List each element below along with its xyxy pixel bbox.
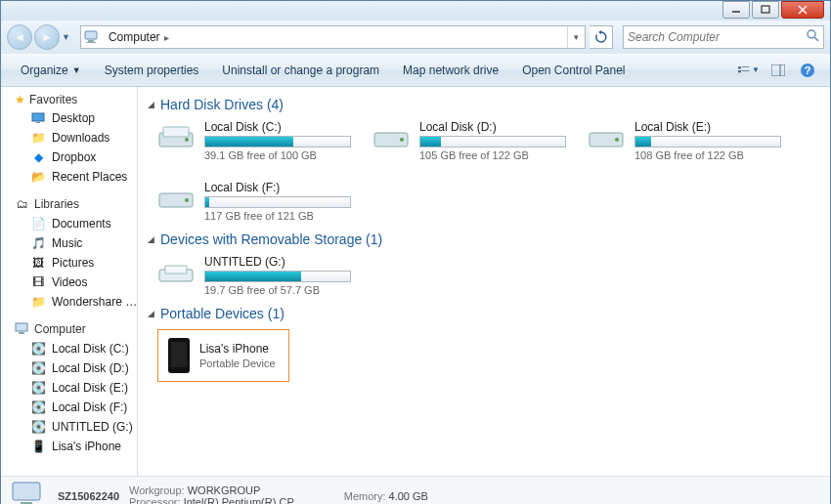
- navigation-bar: ◄ ► ▼ Computer▸ ▾: [1, 21, 830, 54]
- phone-icon: 📱: [30, 439, 46, 454]
- collapse-icon[interactable]: ◢: [148, 100, 154, 109]
- favorites-group: ★Favorites Desktop 📁Downloads ◆Dropbox 📂…: [1, 91, 137, 187]
- processor-label: Processor:: [129, 496, 181, 505]
- sidebar-item-documents[interactable]: 📄Documents: [1, 214, 137, 233]
- usage-bar: [419, 136, 566, 147]
- downloads-folder-icon: 📁: [30, 130, 46, 146]
- sidebar-item-iphone[interactable]: 📱Lisa's iPhone: [1, 437, 137, 456]
- map-drive-button[interactable]: Map network drive: [391, 63, 510, 77]
- videos-icon: 🎞: [30, 274, 46, 290]
- search-box[interactable]: [623, 25, 824, 49]
- help-button[interactable]: ?: [797, 60, 818, 81]
- history-dropdown-icon[interactable]: ▼: [62, 32, 70, 42]
- sidebar-item-music[interactable]: 🎵Music: [1, 233, 137, 253]
- svg-point-27: [615, 138, 619, 142]
- usage-bar: [634, 136, 781, 147]
- view-options-button[interactable]: ▼: [738, 60, 760, 81]
- sidebar-item-videos[interactable]: 🎞Videos: [1, 273, 137, 292]
- drive-d[interactable]: Local Disk (D:) 105 GB free of 122 GB: [372, 120, 568, 161]
- iphone-icon: [168, 338, 190, 373]
- collapse-icon[interactable]: ◢: [148, 234, 154, 244]
- close-button[interactable]: [781, 1, 824, 19]
- usage-bar: [204, 136, 351, 147]
- explorer-window: ◄ ► ▼ Computer▸ ▾ Organize ▼ System prop…: [0, 0, 831, 504]
- drive-name: Local Disk (C:): [204, 120, 351, 134]
- system-properties-button[interactable]: System properties: [93, 63, 211, 77]
- drive-f[interactable]: Local Disk (F:) 117 GB free of 121 GB: [157, 181, 353, 222]
- svg-rect-32: [13, 483, 40, 500]
- libraries-head[interactable]: 🗂Libraries: [1, 194, 137, 214]
- section-title: Hard Disk Drives (4): [160, 97, 284, 112]
- computer-head[interactable]: Computer: [1, 319, 137, 339]
- svg-rect-19: [16, 323, 27, 331]
- drive-e[interactable]: Local Disk (E:) 108 GB free of 122 GB: [588, 120, 783, 161]
- forward-button[interactable]: ►: [34, 24, 60, 50]
- disk-icon: 💽: [30, 360, 46, 376]
- back-button[interactable]: ◄: [7, 24, 32, 50]
- details-pane: SZ15062240 Workgroup: WORKGROUP Processo…: [1, 476, 830, 504]
- dropbox-icon: ◆: [30, 149, 46, 165]
- collapse-icon[interactable]: ◢: [148, 309, 154, 318]
- svg-text:?: ?: [805, 64, 811, 76]
- usage-bar: [204, 271, 351, 282]
- content-pane[interactable]: ◢ Hard Disk Drives (4) Local Disk (C:) 3…: [138, 87, 830, 476]
- section-hdd[interactable]: ◢ Hard Disk Drives (4): [148, 97, 820, 112]
- svg-rect-5: [88, 40, 94, 42]
- breadcrumb-root[interactable]: Computer▸: [103, 30, 175, 44]
- libraries-icon: 🗂: [15, 196, 30, 212]
- address-bar[interactable]: Computer▸ ▾: [80, 25, 586, 49]
- window-controls: [722, 1, 824, 19]
- command-bar: Organize ▼ System properties Uninstall o…: [1, 54, 830, 87]
- sidebar-item-recent[interactable]: 📂Recent Places: [1, 167, 137, 187]
- titlebar: [1, 1, 830, 21]
- computer-icon: [83, 28, 101, 46]
- hdd-icon: [588, 120, 627, 155]
- svg-rect-11: [738, 70, 741, 72]
- libraries-group: 🗂Libraries 📄Documents 🎵Music 🖼Pictures 🎞…: [1, 194, 137, 312]
- section-removable[interactable]: ◢ Devices with Removable Storage (1): [148, 231, 820, 247]
- sidebar-item-disk-d[interactable]: 💽Local Disk (D:): [1, 358, 137, 378]
- svg-rect-6: [86, 42, 96, 43]
- music-icon: 🎵: [30, 235, 46, 251]
- sidebar-item-pictures[interactable]: 🖼Pictures: [1, 253, 137, 273]
- svg-rect-22: [163, 127, 189, 137]
- minimize-button[interactable]: [722, 1, 750, 19]
- disk-icon: 💽: [30, 341, 46, 357]
- sidebar-item-disk-e[interactable]: 💽Local Disk (E:): [1, 378, 137, 398]
- computer-large-icon: [9, 481, 48, 505]
- search-input[interactable]: [628, 30, 806, 44]
- sidebar-item-disk-c[interactable]: 💽Local Disk (C:): [1, 339, 137, 358]
- drive-g[interactable]: UNTITLED (G:) 19.7 GB free of 57.7 GB: [157, 255, 353, 296]
- section-title: Portable Devices (1): [160, 306, 284, 321]
- sidebar-item-downloads[interactable]: 📁Downloads: [1, 128, 137, 147]
- sidebar-item-dropbox[interactable]: ◆Dropbox: [1, 147, 137, 167]
- sidebar-item-disk-f[interactable]: 💽Local Disk (F:): [1, 398, 137, 417]
- refresh-button[interactable]: [590, 25, 613, 49]
- portable-device-item[interactable]: Lisa's iPhone Portable Device: [157, 329, 289, 382]
- drive-name: UNTITLED (G:): [204, 255, 351, 269]
- preview-pane-button[interactable]: [767, 60, 789, 81]
- favorites-head[interactable]: ★Favorites: [1, 91, 137, 108]
- svg-point-29: [185, 198, 189, 202]
- organize-menu[interactable]: Organize ▼: [9, 63, 93, 77]
- maximize-button[interactable]: [752, 1, 779, 19]
- address-dropdown-icon[interactable]: ▾: [567, 26, 585, 48]
- hdd-list: Local Disk (C:) 39.1 GB free of 100 GB L…: [157, 120, 820, 222]
- computer-icon: [15, 321, 30, 337]
- sidebar-item-untitled-g[interactable]: 💽UNTITLED (G:): [1, 417, 137, 437]
- removable-list: UNTITLED (G:) 19.7 GB free of 57.7 GB: [157, 255, 820, 296]
- disk-icon: 💽: [30, 380, 46, 396]
- navigation-pane[interactable]: ★Favorites Desktop 📁Downloads ◆Dropbox 📂…: [1, 87, 138, 476]
- svg-rect-12: [742, 70, 750, 71]
- pictures-icon: 🖼: [30, 255, 46, 271]
- drive-free-text: 39.1 GB free of 100 GB: [204, 149, 351, 161]
- uninstall-button[interactable]: Uninstall or change a program: [210, 63, 391, 77]
- sidebar-item-wondershare[interactable]: 📁Wondershare …: [1, 292, 137, 312]
- drive-c[interactable]: Local Disk (C:) 39.1 GB free of 100 GB: [157, 120, 353, 161]
- section-portable[interactable]: ◢ Portable Devices (1): [148, 306, 820, 321]
- removable-disk-icon: [157, 255, 197, 290]
- sidebar-item-desktop[interactable]: Desktop: [1, 108, 137, 128]
- refresh-icon: [594, 30, 608, 44]
- drive-free-text: 105 GB free of 122 GB: [419, 149, 566, 161]
- control-panel-button[interactable]: Open Control Panel: [510, 63, 636, 77]
